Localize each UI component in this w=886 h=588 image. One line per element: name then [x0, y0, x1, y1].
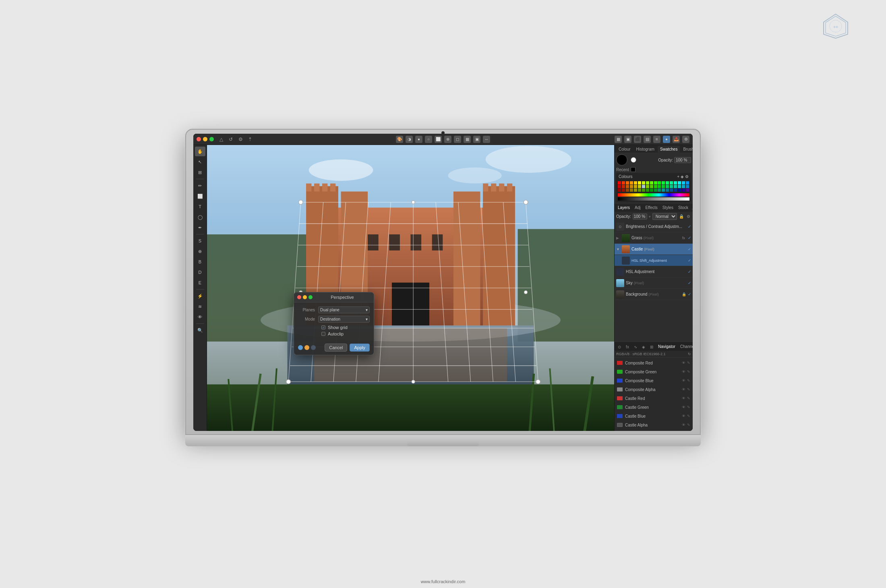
arrange-icon[interactable]: ▣: [624, 136, 631, 143]
cancel-button[interactable]: Cancel: [325, 344, 347, 352]
color-wheel-icon[interactable]: 🎨: [396, 136, 403, 143]
edit-icon[interactable]: ✎: [687, 387, 690, 391]
eye-icon[interactable]: 👁: [682, 387, 685, 391]
layer-visibility[interactable]: ✓: [688, 236, 691, 240]
channel-row[interactable]: Castle Alpha 👁 ✎: [615, 420, 692, 429]
view-grid-icon[interactable]: ▦: [615, 136, 622, 143]
color-cell[interactable]: [626, 188, 629, 192]
tab-adj[interactable]: Adj: [633, 205, 642, 211]
color-cell[interactable]: [642, 185, 645, 188]
eye-icon[interactable]: 👁: [682, 361, 685, 365]
color-cell[interactable]: [642, 188, 645, 192]
color-cell[interactable]: [678, 185, 681, 188]
color-cell[interactable]: [618, 188, 621, 192]
channel-row[interactable]: Castle Green 👁 ✎: [615, 403, 692, 412]
color-cell[interactable]: [666, 181, 669, 184]
tab-effects[interactable]: Effects: [644, 205, 659, 211]
layer-item[interactable]: HSL Adjustment ✓: [615, 266, 693, 277]
color-cell[interactable]: [654, 185, 657, 188]
color-cell[interactable]: [650, 185, 653, 188]
color-cell[interactable]: [646, 188, 649, 192]
color-cell[interactable]: [670, 181, 673, 184]
layer-item[interactable]: Sky (Pixel) ✓: [615, 277, 693, 289]
hand-tool[interactable]: ✋: [195, 147, 205, 156]
color-cell[interactable]: [618, 181, 621, 184]
planes-select[interactable]: Dual plane ▾: [318, 306, 370, 313]
color-cell[interactable]: [670, 188, 673, 192]
show-grid-checkbox[interactable]: ✓: [321, 325, 325, 329]
color-cell[interactable]: [630, 188, 633, 192]
color-cell[interactable]: [662, 185, 665, 188]
color-cell[interactable]: [626, 181, 629, 184]
export-icon[interactable]: 📤: [673, 136, 680, 143]
gear-icon[interactable]: ⚙: [685, 174, 689, 179]
layer-visibility[interactable]: ✓: [688, 247, 691, 251]
color-cell[interactable]: [638, 181, 641, 184]
tone-icon[interactable]: ◑: [406, 136, 413, 143]
color-cell[interactable]: [654, 181, 657, 184]
color-cell[interactable]: [670, 185, 673, 188]
more-icon[interactable]: ⚙: [682, 136, 689, 143]
share-icon[interactable]: ⇡: [247, 136, 253, 143]
expand-icon[interactable]: ▼: [616, 247, 620, 251]
layers-mode-select[interactable]: Normal: [652, 213, 677, 220]
channel-row[interactable]: Composite Green 👁 ✎: [615, 367, 692, 376]
undo-icon[interactable]: ↺: [228, 136, 234, 143]
channels-curve-icon[interactable]: ∿: [632, 344, 639, 350]
smudge-tool[interactable]: S: [195, 236, 205, 246]
layers-settings-icon[interactable]: ⚙: [685, 213, 691, 220]
channel-row[interactable]: Pixel Selection ⊞ 🗑: [615, 429, 692, 431]
select-tool[interactable]: ↖: [195, 157, 205, 167]
warp-icon[interactable]: ◻: [454, 136, 461, 143]
dark-icon[interactable]: ⬛: [634, 136, 641, 143]
edit-icon[interactable]: ✎: [687, 414, 690, 418]
color-cell[interactable]: [646, 185, 649, 188]
color-cell[interactable]: [626, 185, 629, 188]
eye-icon[interactable]: 👁: [682, 370, 685, 374]
color-cell[interactable]: [642, 181, 645, 184]
tab-stock[interactable]: Stock: [677, 205, 690, 211]
edit-icon[interactable]: ✎: [687, 361, 690, 365]
text-tool[interactable]: T: [195, 202, 205, 211]
color-cell[interactable]: [634, 181, 637, 184]
rect-select-icon[interactable]: ⬜: [435, 136, 442, 143]
color-cell[interactable]: [662, 181, 665, 184]
color-cell[interactable]: [618, 185, 621, 188]
tab-histogram[interactable]: Histogram: [633, 146, 657, 153]
layer-visibility[interactable]: ✓: [688, 292, 691, 296]
color-cell[interactable]: [674, 188, 677, 192]
filter-tool[interactable]: ⚡: [195, 291, 205, 301]
eye-icon[interactable]: 👁: [682, 405, 685, 409]
close-button[interactable]: [197, 137, 201, 141]
settings-icon[interactable]: ⚙: [237, 136, 244, 143]
layer-item[interactable]: ⊙ Brightness / Contrast Adjustm... ✓: [615, 221, 693, 232]
edit-icon[interactable]: ✎: [687, 379, 690, 383]
expand-icon[interactable]: ▶: [616, 236, 620, 240]
pen-tool[interactable]: ✒: [195, 223, 205, 232]
edit-icon[interactable]: ✎: [687, 396, 690, 400]
color-cell[interactable]: [654, 188, 657, 192]
dialog-close-button[interactable]: [297, 295, 301, 299]
circle-blue[interactable]: [298, 345, 303, 350]
layer-visibility[interactable]: ✓: [688, 281, 691, 285]
layer-item[interactable]: Background (Pixel) 🔒 ✓: [615, 289, 693, 300]
layers-opacity-input[interactable]: [633, 213, 647, 219]
color-cell[interactable]: [666, 188, 669, 192]
color-cell[interactable]: [658, 185, 661, 188]
palette-icon[interactable]: ◈: [681, 174, 684, 179]
color-cell[interactable]: [686, 188, 689, 192]
liquify-tool[interactable]: ≋: [195, 302, 205, 311]
minimize-button[interactable]: [203, 137, 207, 141]
add-colour-icon[interactable]: +: [677, 174, 679, 179]
edit-icon[interactable]: ✎: [687, 423, 690, 427]
color-cell[interactable]: [658, 188, 661, 192]
circle-dark[interactable]: [311, 345, 316, 350]
edit-icon[interactable]: ✎: [687, 370, 690, 374]
canvas-area[interactable]: .grid-line{stroke:rgba(255,255,255,0.65)…: [207, 145, 614, 431]
dialog-maximize-button[interactable]: [308, 295, 313, 299]
color-cell[interactable]: [630, 181, 633, 184]
layer-item[interactable]: ▼ Castle (Pixel) ✓: [615, 244, 693, 255]
channels-icon[interactable]: ▣: [473, 136, 480, 143]
channels-expand-icon[interactable]: ⊞: [648, 344, 655, 350]
channel-row[interactable]: Composite Blue 👁 ✎: [615, 376, 692, 385]
